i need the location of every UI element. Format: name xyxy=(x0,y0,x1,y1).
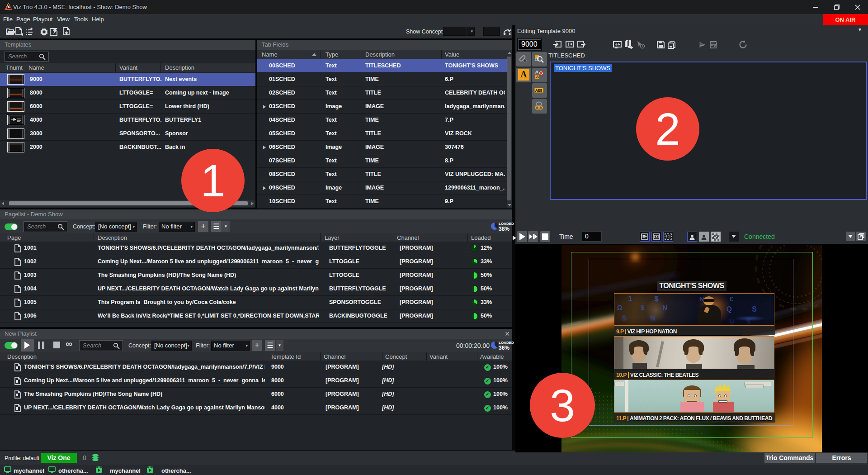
svg-text:ABI: ABI xyxy=(535,88,542,93)
svg-text:A: A xyxy=(536,75,539,79)
